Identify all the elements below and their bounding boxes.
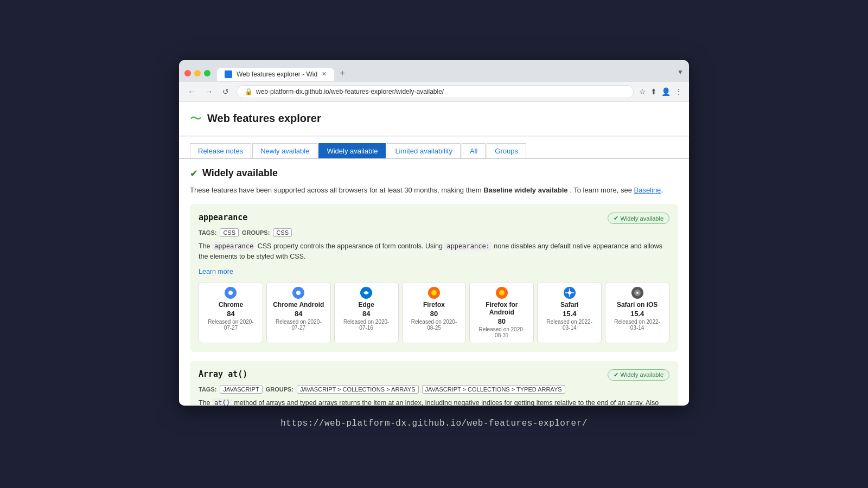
- edge-version: 84: [340, 310, 393, 318]
- tab-all[interactable]: All: [462, 143, 486, 158]
- tab-limited-availability[interactable]: Limited availability: [387, 143, 461, 158]
- badge-check-icon: ✔: [614, 215, 618, 222]
- menu-icon[interactable]: ⋮: [675, 87, 682, 96]
- browser-chrome: Chrome 84 Released on 2020-07-27: [199, 282, 263, 343]
- chrome-android-browser-name: Chrome Android: [272, 301, 325, 309]
- safari-icon: [543, 287, 596, 299]
- forward-button[interactable]: →: [203, 86, 215, 97]
- feature-description: The appearance CSS property controls the…: [199, 241, 669, 262]
- feature-card-header: appearance ✔ Widely available: [199, 213, 669, 224]
- tab-bar: Web features explorer - Wid ✕ +: [217, 66, 677, 81]
- firefox-browser-name: Firefox: [408, 301, 461, 309]
- edge-icon: [340, 287, 393, 299]
- feature-name-2: Array at(): [199, 369, 247, 379]
- minimize-button[interactable]: [194, 70, 201, 76]
- safari-version: 15.4: [543, 310, 596, 318]
- learn-more-link[interactable]: Learn more: [199, 268, 233, 275]
- widely-available-badge-2: ✔ Widely available: [608, 369, 669, 381]
- address-text: web-platform-dx.github.io/web-features-e…: [256, 88, 626, 95]
- refresh-button[interactable]: ↺: [220, 86, 231, 97]
- tab-title: Web features explorer - Wid: [237, 70, 317, 78]
- svg-point-3: [296, 291, 301, 295]
- badge-label: Widely available: [621, 215, 663, 222]
- title-bar: Web features explorer - Wid ✕ + ▼: [179, 60, 689, 82]
- chrome-android-icon: [272, 287, 325, 299]
- browser-firefox: Firefox 80 Released on 2020-08-25: [402, 282, 467, 343]
- chrome-android-version: 84: [272, 310, 325, 318]
- svg-point-1: [228, 291, 233, 295]
- tags-row: TAGS: CSS GROUPS: CSS: [199, 228, 669, 237]
- feature-card-header-2: Array at() ✔ Widely available: [199, 369, 669, 381]
- safari-browser-name: Safari: [543, 301, 596, 309]
- window-controls: ▼: [677, 68, 684, 78]
- svg-point-8: [499, 290, 505, 296]
- tags-label: TAGS:: [199, 229, 216, 236]
- svg-point-6: [431, 290, 437, 296]
- tags-label-2: TAGS:: [199, 386, 216, 393]
- active-tab[interactable]: Web features explorer - Wid ✕: [217, 68, 334, 81]
- group-js-typed-arrays: JAVASCRIPT > COLLECTIONS > TYPED ARRAYS: [422, 385, 565, 394]
- widely-available-badge: ✔ Widely available: [608, 213, 669, 224]
- feature-card-appearance: appearance ✔ Widely available TAGS: CSS …: [190, 204, 678, 352]
- firefox-android-version: 80: [475, 317, 528, 325]
- badge-label-2: Widely available: [621, 371, 663, 378]
- feature-description-2: The at() method of arrays and typed arra…: [199, 398, 669, 406]
- tab-close-button[interactable]: ✕: [322, 70, 327, 78]
- firefox-android-date: Released on 2020-08-31: [475, 326, 528, 338]
- tab-favicon: [225, 70, 232, 78]
- site-title: Web features explorer: [207, 112, 321, 125]
- edge-browser-name: Edge: [340, 301, 393, 309]
- safari-ios-date: Released on 2022-03-14: [611, 319, 663, 331]
- section-description: These features have been supported acros…: [190, 185, 678, 196]
- address-bar-actions: ☆ ⬆ 👤 ⋮: [639, 87, 682, 96]
- browser-edge: Edge 84 Released on 2020-07-16: [334, 282, 399, 343]
- safari-ios-browser-name: Safari on iOS: [611, 301, 663, 309]
- safari-date: Released on 2022-03-14: [543, 319, 596, 331]
- site-logo-icon: 〜: [190, 111, 202, 127]
- baseline-link[interactable]: Baseline: [634, 186, 661, 194]
- page-content: 〜 Web features explorer Release notes Ne…: [179, 102, 689, 406]
- traffic-lights: [184, 70, 210, 76]
- bookmark-icon[interactable]: ☆: [639, 87, 646, 96]
- back-button[interactable]: ←: [186, 86, 197, 97]
- chrome-date: Released on 2020-07-27: [205, 319, 257, 331]
- new-tab-button[interactable]: +: [334, 66, 350, 81]
- groups-label: GROUPS:: [242, 229, 270, 236]
- tag-javascript: JAVASCRIPT: [220, 385, 262, 394]
- groups-label-2: GROUPS:: [266, 386, 293, 393]
- maximize-button[interactable]: [204, 70, 210, 76]
- browser-firefox-android: Firefox for Android 80 Released on 2020-…: [469, 282, 534, 343]
- group-js-arrays: JAVASCRIPT > COLLECTIONS > ARRAYS: [297, 385, 419, 394]
- safari-ios-version: 15.4: [611, 310, 663, 318]
- tags-row-2: TAGS: JAVASCRIPT GROUPS: JAVASCRIPT > CO…: [199, 385, 669, 394]
- edge-date: Released on 2020-07-16: [340, 319, 393, 331]
- firefox-date: Released on 2020-08-25: [408, 319, 461, 331]
- firefox-android-browser-name: Firefox for Android: [475, 301, 528, 316]
- lock-icon: 🔒: [245, 88, 253, 95]
- feature-card-array-at: Array at() ✔ Widely available TAGS: JAVA…: [190, 361, 678, 406]
- browser-support-grid: Chrome 84 Released on 2020-07-27 Chrome …: [199, 282, 669, 343]
- chrome-browser-name: Chrome: [205, 301, 257, 309]
- address-bar-row: ← → ↺ 🔒 web-platform-dx.github.io/web-fe…: [179, 82, 689, 102]
- tag-css: CSS: [220, 228, 239, 237]
- chrome-android-date: Released on 2020-07-27: [272, 319, 325, 331]
- firefox-version: 80: [408, 310, 461, 318]
- group-css: CSS: [273, 228, 292, 237]
- tab-widely-available[interactable]: Widely available: [318, 143, 386, 158]
- feature-name: appearance: [199, 213, 247, 222]
- address-bar[interactable]: 🔒 web-platform-dx.github.io/web-features…: [237, 85, 634, 98]
- main-content: ✔ Widely available These features have b…: [179, 159, 689, 406]
- safari-ios-icon: [611, 287, 663, 299]
- svg-point-12: [568, 291, 571, 294]
- badge-check-icon-2: ✔: [614, 371, 618, 378]
- close-button[interactable]: [184, 70, 191, 76]
- svg-point-15: [636, 292, 639, 294]
- tab-release-notes[interactable]: Release notes: [190, 143, 251, 158]
- check-icon: ✔: [190, 168, 198, 179]
- profile-icon[interactable]: 👤: [661, 87, 671, 96]
- tab-groups[interactable]: Groups: [487, 143, 526, 158]
- share-icon[interactable]: ⬆: [650, 87, 657, 96]
- browser-chrome-android: Chrome Android 84 Released on 2020-07-27: [266, 282, 331, 343]
- tab-newly-available[interactable]: Newly available: [252, 143, 317, 158]
- section-title: Widely available: [202, 168, 278, 179]
